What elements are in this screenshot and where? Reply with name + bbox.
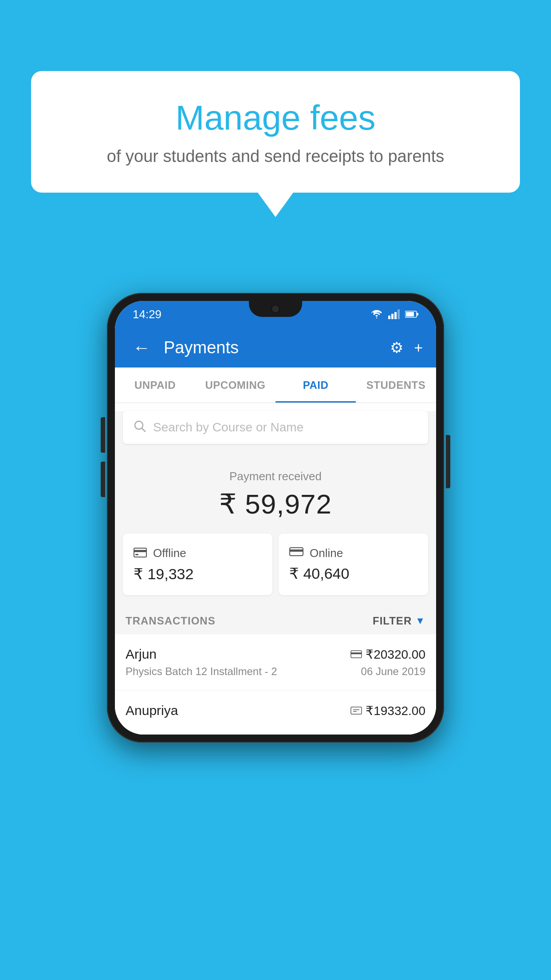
status-time: 14:29 — [133, 308, 161, 321]
payment-received-section: Payment received ₹ 59,972 — [115, 452, 436, 533]
bubble-title: Manage fees — [67, 98, 484, 138]
tab-upcoming[interactable]: UPCOMING — [195, 368, 276, 403]
filter-label: FILTER — [373, 615, 412, 627]
phone-wrapper: 14:29 — [107, 293, 444, 743]
app-bar-actions: ⚙ + — [390, 339, 423, 356]
offline-amount: ₹ 19,332 — [134, 565, 262, 583]
payment-cards-row: Offline ₹ 19,332 — [115, 533, 436, 606]
online-amount: ₹ 40,640 — [289, 565, 417, 582]
tab-students[interactable]: STUDENTS — [356, 368, 436, 403]
phone-screen: 14:29 — [115, 301, 436, 735]
filter-button[interactable]: FILTER ▼ — [373, 615, 425, 627]
offline-icon — [134, 546, 147, 561]
phone-outer: 14:29 — [107, 293, 444, 743]
search-input[interactable]: Search by Course or Name — [153, 420, 303, 435]
wifi-icon — [370, 309, 383, 319]
battery-icon — [405, 310, 418, 318]
payment-received-amount: ₹ 59,972 — [124, 488, 427, 520]
settings-icon[interactable]: ⚙ — [390, 339, 403, 356]
svg-rect-2 — [394, 312, 397, 319]
bubble-subtitle: of your students and send receipts to pa… — [67, 147, 484, 166]
offline-card: Offline ₹ 19,332 — [123, 533, 272, 595]
app-bar-title: Payments — [164, 338, 381, 357]
tab-unpaid[interactable]: UNPAID — [115, 368, 195, 403]
transaction-name-anupriya: Anupriya — [126, 703, 178, 718]
svg-rect-10 — [134, 550, 146, 552]
transaction-bottom-arjun: Physics Batch 12 Installment - 2 06 June… — [126, 665, 425, 678]
speech-bubble: Manage fees of your students and send re… — [31, 71, 520, 193]
transaction-date-arjun: 06 June 2019 — [361, 665, 425, 678]
svg-rect-9 — [134, 548, 146, 557]
svg-rect-15 — [351, 652, 362, 654]
online-card: Online ₹ 40,640 — [279, 533, 428, 595]
transaction-row-arjun[interactable]: Arjun ₹20320.00 Physics Batch 12 Install… — [115, 634, 436, 691]
camera — [271, 304, 280, 313]
svg-rect-5 — [417, 313, 418, 316]
status-icons — [370, 309, 418, 319]
search-bar[interactable]: Search by Course or Name — [123, 411, 428, 444]
tab-paid[interactable]: PAID — [276, 368, 356, 403]
payment-received-label: Payment received — [124, 470, 427, 483]
transaction-top-arjun: Arjun ₹20320.00 — [126, 647, 425, 662]
volume-down-button — [101, 462, 105, 497]
signal-icon — [388, 309, 400, 319]
svg-rect-13 — [290, 549, 303, 552]
bubble-arrow — [258, 193, 293, 217]
tabs: UNPAID UPCOMING PAID STUDENTS — [115, 368, 436, 403]
svg-line-8 — [142, 428, 145, 431]
search-icon — [134, 420, 146, 435]
notch — [249, 301, 302, 317]
offline-label: Offline — [153, 546, 186, 560]
transaction-name-arjun: Arjun — [126, 647, 157, 662]
svg-rect-11 — [135, 554, 138, 555]
filter-icon: ▼ — [415, 615, 425, 627]
online-icon — [289, 546, 303, 560]
transaction-desc-arjun: Physics Batch 12 Installment - 2 — [126, 665, 277, 678]
transaction-row-anupriya[interactable]: Anupriya ₹19332.00 — [115, 691, 436, 735]
svg-rect-1 — [391, 314, 394, 319]
transaction-amount-arjun: ₹20320.00 — [350, 647, 425, 662]
transactions-label: TRANSACTIONS — [126, 615, 216, 627]
svg-rect-16 — [351, 707, 362, 714]
online-card-header: Online — [289, 546, 417, 560]
svg-rect-6 — [406, 312, 414, 316]
add-icon[interactable]: + — [414, 339, 423, 356]
back-button[interactable]: ← — [128, 333, 155, 362]
status-bar: 14:29 — [115, 301, 436, 328]
power-button — [446, 435, 450, 488]
svg-rect-3 — [398, 309, 400, 319]
svg-rect-0 — [388, 316, 390, 319]
transaction-top-anupriya: Anupriya ₹19332.00 — [126, 703, 425, 718]
content-area: Search by Course or Name Payment receive… — [115, 411, 436, 735]
volume-up-button — [101, 417, 105, 453]
speech-bubble-container: Manage fees of your students and send re… — [31, 71, 520, 217]
transactions-header: TRANSACTIONS FILTER ▼ — [115, 606, 436, 634]
online-label: Online — [310, 546, 343, 560]
offline-card-header: Offline — [134, 546, 262, 561]
transaction-amount-anupriya: ₹19332.00 — [350, 703, 425, 718]
app-bar: ← Payments ⚙ + — [115, 328, 436, 368]
